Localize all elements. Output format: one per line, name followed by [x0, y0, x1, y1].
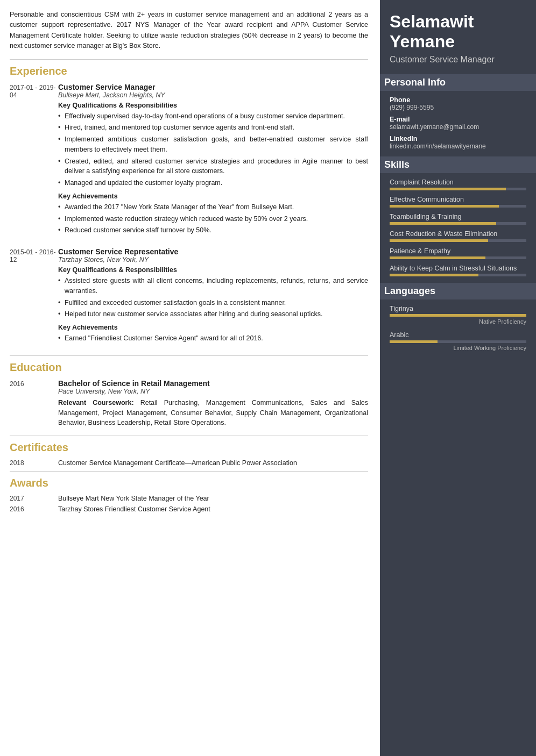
skill-name-0: Complaint Resolution	[390, 179, 526, 186]
skill-item-2: Teambuilding & Training	[390, 213, 526, 225]
certificates-divider	[10, 436, 368, 436]
lang-proficiency-1: Limited Working Proficiency	[390, 345, 526, 351]
email-value: selamawit.yemane@gmail.com	[390, 123, 526, 131]
experience-item-1: 2015-01 - 2016-12Customer Service Repres…	[10, 247, 368, 348]
skill-bar-bg-2	[390, 222, 526, 225]
certificates-section-title: Certificates	[10, 441, 368, 454]
skills-container: Complaint ResolutionEffective Communicat…	[390, 179, 526, 276]
qual-list-0: Effectively supervised day-to-day front-…	[58, 111, 368, 188]
exp-content-0: Customer Service ManagerBullseye Mart, J…	[58, 83, 368, 240]
linkedin-item: LinkedIn linkedin.com/in/selamawityemane	[390, 135, 526, 150]
languages-container: TigrinyaNative ProficiencyArabicLimited …	[390, 305, 526, 351]
qual-list-1: Assisted store guests with all client co…	[58, 276, 368, 319]
ach-item-0-2: Reduced customer service staff turnover …	[58, 225, 368, 236]
lang-bar-fill-1	[390, 340, 438, 343]
skill-bar-bg-5	[390, 274, 526, 276]
name-title-block: Selamawit Yemane Customer Service Manage…	[390, 12, 526, 66]
email-item: E-mail selamawit.yemane@gmail.com	[390, 116, 526, 131]
award-item-0: 2017Bullseye Mart New York State Manager…	[10, 495, 368, 502]
edu-degree-0: Bachelor of Science in Retail Management	[58, 379, 368, 388]
awards-divider	[10, 471, 368, 472]
qual-item-0-0: Effectively supervised day-to-day front-…	[58, 111, 368, 122]
award-item-1: 2016Tarzhay Stores Friendliest Customer …	[10, 505, 368, 513]
exp-company-0: Bullseye Mart, Jackson Heights, NY	[58, 91, 368, 99]
skill-bar-bg-1	[390, 205, 526, 208]
qual-item-0-4: Managed and updated the customer loyalty…	[58, 178, 368, 188]
email-label: E-mail	[390, 116, 526, 123]
ach-label-1: Key Achievements	[58, 324, 368, 331]
lang-name-1: Arabic	[390, 331, 526, 339]
ach-list-0: Awarded the 2017 "New York State Manager…	[58, 202, 368, 236]
education-divider	[10, 355, 368, 356]
ach-item-1-0: Earned "Friendliest Customer Service Age…	[58, 333, 368, 344]
qual-item-1-1: Fulfilled and exceeded customer satisfac…	[58, 298, 368, 308]
qual-item-1-2: Helped tutor new customer service associ…	[58, 309, 368, 319]
qual-item-0-3: Created, edited, and altered customer se…	[58, 156, 368, 177]
ach-item-0-1: Implemented waste reduction strategy whi…	[58, 214, 368, 224]
edu-content-0: Bachelor of Science in Retail Management…	[58, 379, 368, 428]
ach-label-0: Key Achievements	[58, 192, 368, 200]
education-container: 2016Bachelor of Science in Retail Manage…	[10, 379, 368, 428]
exp-content-1: Customer Service RepresentativeTarzhay S…	[58, 247, 368, 348]
right-column: Selamawit Yemane Customer Service Manage…	[380, 0, 536, 756]
certificates-container: 2018Customer Service Management Certific…	[10, 459, 368, 467]
full-name: Selamawit Yemane	[390, 12, 526, 52]
experience-divider	[10, 59, 368, 60]
languages-title: Languages	[380, 283, 536, 299]
awards-container: 2017Bullseye Mart New York State Manager…	[10, 495, 368, 513]
exp-job-title-1: Customer Service Representative	[58, 247, 368, 256]
exp-company-1: Tarzhay Stores, New York, NY	[58, 256, 368, 263]
linkedin-value: linkedin.com/in/selamawityemane	[390, 142, 526, 150]
education-section-title: Education	[10, 361, 368, 374]
skill-item-3: Cost Reduction & Waste Elimination	[390, 230, 526, 242]
qual-item-0-2: Implemented ambitious customer satisfact…	[58, 134, 368, 155]
skill-bar-bg-3	[390, 239, 526, 242]
lang-bar-fill-0	[390, 314, 526, 317]
skills-title: Skills	[380, 156, 536, 173]
exp-date-1: 2015-01 - 2016-12	[10, 247, 58, 348]
skill-bar-bg-0	[390, 188, 526, 190]
qual-label-1: Key Qualifications & Responsibilities	[58, 266, 368, 274]
skill-name-1: Effective Communication	[390, 196, 526, 203]
experience-section-title: Experience	[10, 65, 368, 77]
skill-item-5: Ability to Keep Calm in Stressful Situat…	[390, 265, 526, 276]
lang-proficiency-0: Native Proficiency	[390, 318, 526, 325]
skill-name-3: Cost Reduction & Waste Elimination	[390, 230, 526, 238]
awards-section-title: Awards	[10, 477, 368, 489]
phone-value: (929) 999-5595	[390, 104, 526, 111]
experience-item-0: 2017-01 - 2019-04Customer Service Manage…	[10, 83, 368, 240]
experience-container: 2017-01 - 2019-04Customer Service Manage…	[10, 83, 368, 348]
lang-item-1: ArabicLimited Working Proficiency	[390, 331, 526, 351]
skill-bar-fill-4	[390, 256, 485, 259]
summary-text: Personable and conscientious CSM with 2+…	[10, 10, 368, 52]
lang-bar-bg-1	[390, 340, 526, 343]
skill-item-0: Complaint Resolution	[390, 179, 526, 190]
skill-bar-fill-1	[390, 205, 499, 208]
qual-item-0-1: Hired, trained, and mentored top custome…	[58, 123, 368, 133]
award-date-0: 2017	[10, 495, 58, 502]
award-name-0: Bullseye Mart New York State Manager of …	[58, 495, 209, 502]
award-name-1: Tarzhay Stores Friendliest Customer Serv…	[58, 505, 210, 513]
left-column: Personable and conscientious CSM with 2+…	[0, 0, 380, 756]
phone-label: Phone	[390, 96, 526, 104]
qual-item-1-0: Assisted store guests with all client co…	[58, 276, 368, 296]
skill-bar-fill-5	[390, 274, 478, 276]
skill-name-4: Patience & Empathy	[390, 247, 526, 255]
lang-name-0: Tigrinya	[390, 305, 526, 312]
personal-info-title: Personal Info	[380, 74, 536, 91]
phone-item: Phone (929) 999-5595	[390, 96, 526, 111]
cert-name-0: Customer Service Management Certificate—…	[58, 459, 297, 467]
skill-bar-bg-4	[390, 256, 526, 259]
exp-job-title-0: Customer Service Manager	[58, 83, 368, 91]
skill-bar-fill-0	[390, 188, 506, 190]
ach-item-0-0: Awarded the 2017 "New York State Manager…	[58, 202, 368, 212]
lang-item-0: TigrinyaNative Proficiency	[390, 305, 526, 325]
skill-item-4: Patience & Empathy	[390, 247, 526, 259]
award-date-1: 2016	[10, 505, 58, 513]
lang-bar-bg-0	[390, 314, 526, 317]
edu-date-0: 2016	[10, 379, 58, 428]
edu-school-0: Pace University, New York, NY	[58, 388, 368, 395]
linkedin-label: LinkedIn	[390, 135, 526, 142]
edu-coursework-0: Relevant Coursework: Retail Purchasing, …	[58, 398, 368, 428]
skill-bar-fill-2	[390, 222, 496, 225]
